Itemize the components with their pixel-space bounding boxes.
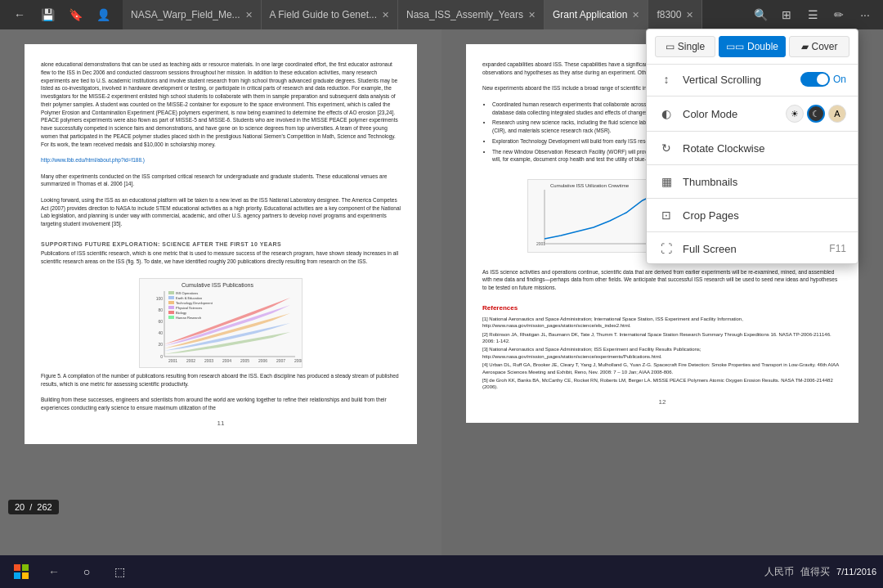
view-modes-bar: ▭ Single ▭▭ Double ▰ Cover [647,29,858,65]
svg-text:2005: 2005 [240,358,249,363]
titlebar: ← 💾 🔖 👤 NASA_Warp_Field_Me... ✕ A Field … [0,0,883,29]
tab-close-nasa-warp[interactable]: ✕ [245,10,253,20]
task-view-button[interactable]: ⬚ [105,557,134,586]
svg-text:0: 0 [160,354,163,359]
svg-text:2003: 2003 [204,358,213,363]
scroll-icon: ↕ [658,71,675,88]
menu-item-vertical-scroll[interactable]: ↕ Vertical Scrolling On [647,65,858,94]
divider-1 [647,96,858,97]
svg-text:40: 40 [158,330,163,335]
back-button[interactable]: ← [7,2,33,28]
tab-close-nasa-iss[interactable]: ✕ [528,10,536,20]
ref-3: [3] National Aeronautics and Space Admin… [482,346,842,360]
taskbar: ← ○ ⬚ 人民币 值得买 7/11/2016 [0,555,883,588]
right-page-number: 12 [482,397,842,406]
ref-1: [1] National Aeronautics and Space Admin… [482,316,842,330]
divider-2 [647,131,858,132]
rotate-icon: ↻ [658,140,675,156]
svg-text:60: 60 [158,319,163,324]
left-pdf-page: alone educational demonstrations that ca… [25,44,417,444]
left-pdf-section-title: Supporting Future Exploration: Science A… [41,240,401,249]
menu-item-fullscreen[interactable]: ⛶ Full Screen F11 [647,234,858,263]
tab-nasa-iss[interactable]: Nasa_ISS_Assemly_Years ✕ [398,0,545,29]
taskbar-time: 7/11/2016 [836,567,876,577]
left-pdf-body2: Publications of ISS scientific research,… [41,249,401,266]
svg-text:2007: 2007 [276,358,285,363]
publications-chart: Cumulative ISS Publications 0 20 40 60 8… [139,278,303,368]
crew-time-chart: Cumulative ISS Utilization Crewtime 2001… [527,179,658,253]
svg-rect-32 [168,316,174,319]
svg-text:20: 20 [158,342,163,347]
svg-marker-17 [164,332,290,354]
menu-item-color-mode[interactable]: ◐ Color Mode ☀ ☾ A [647,98,858,129]
view-mode-cover[interactable]: ▰ Cover [789,36,849,57]
more-action-button[interactable]: ··· [854,3,876,26]
left-pdf-link: http://www.lbb.edu/html/about.php?id=f18… [41,156,401,164]
svg-text:ISS Operations: ISS Operations [176,291,198,295]
view-mode-double[interactable]: ▭▭ Double [719,36,786,57]
color-mode-icon: ◐ [658,105,675,122]
svg-text:2008: 2008 [294,358,303,363]
tab-grant-application[interactable]: Grant Application ✕ [545,0,648,29]
svg-text:Cumulative ISS Utilization Cre: Cumulative ISS Utilization Crewtime [550,183,630,188]
back-button[interactable]: ← [39,557,69,586]
svg-text:Biology: Biology [176,311,186,315]
tabs-container: NASA_Warp_Field_Me... ✕ A Field Guide to… [123,0,742,29]
cover-icon: ▰ [801,41,809,52]
toggle-track [800,72,830,87]
taskbar-right: 人民币 值得买 7/11/2016 [758,565,883,579]
svg-text:100: 100 [156,296,164,301]
total-pages: 262 [37,502,52,512]
search-action-button[interactable]: 🔍 [749,3,772,26]
left-pdf-panel: alone educational demonstrations that ca… [0,29,441,555]
svg-text:Technology Development: Technology Development [176,301,213,305]
view-mode-single[interactable]: ▭ Single [655,36,715,57]
nav-buttons: ← 💾 🔖 👤 [0,2,123,28]
menu-action-button[interactable]: ☰ [801,3,824,26]
svg-text:2004: 2004 [222,358,231,363]
tab-field-guide[interactable]: A Field Guide to Genet... ✕ [262,0,398,29]
left-pdf-other: Many other experiments conducted on the … [41,173,401,189]
menu-item-rotate[interactable]: ↻ Rotate Clockwise [647,133,858,163]
color-mode-sepia[interactable]: A [828,105,846,123]
cortana-button[interactable]: ○ [72,557,101,586]
ref-2: [2] Robinson JA, Rhatigan JL, Baumann DK… [482,331,842,345]
svg-text:2001: 2001 [168,358,177,363]
menu-item-crop[interactable]: ⊡ Crop Pages [647,200,858,230]
svg-rect-41 [14,572,20,579]
svg-text:2006: 2006 [258,358,267,363]
left-pdf-intro: alone educational demonstrations that ca… [41,61,401,148]
left-page-number: 11 [41,419,401,428]
start-button[interactable] [7,557,36,586]
taskbar-shopping: 值得买 [800,565,830,579]
tab-close-field-guide[interactable]: ✕ [382,10,389,20]
color-mode-light[interactable]: ☀ [786,105,804,123]
vertical-scroll-toggle[interactable]: On [800,72,846,87]
tab-f8300[interactable]: f8300 ✕ [648,0,702,29]
user-button[interactable]: 👤 [90,2,116,28]
ref-5: [5] de Groh KK, Banks BA, McCarthy CE, R… [482,377,842,391]
current-page: 20 [15,502,25,512]
svg-text:Earth & Education: Earth & Education [176,296,202,300]
svg-text:2002: 2002 [186,358,195,363]
svg-rect-42 [22,572,29,579]
svg-rect-22 [168,291,174,294]
pen-action-button[interactable]: ✏ [827,3,850,26]
color-mode-dark[interactable]: ☾ [807,105,825,123]
tab-nasa-warp[interactable]: NASA_Warp_Field_Me... ✕ [123,0,262,29]
tab-close-grant[interactable]: ✕ [632,10,639,20]
save-button[interactable]: 💾 [34,2,61,28]
left-pdf-forward: Looking forward, using the ISS as an edu… [41,196,401,228]
svg-text:Cumulative ISS Publications: Cumulative ISS Publications [182,282,253,288]
tab-close-f8300[interactable]: ✕ [686,10,693,20]
single-icon: ▭ [666,41,675,52]
thumbnails-icon: ▦ [658,173,675,190]
menu-item-thumbnails[interactable]: ▦ Thumbnails [647,167,858,196]
svg-rect-39 [14,564,20,571]
svg-text:Human Research: Human Research [176,316,201,320]
divider-4 [647,198,858,199]
bookmark-button[interactable]: 🔖 [62,2,88,28]
left-pdf-body3: Building from these successes, engineers… [41,396,401,412]
divider-3 [647,164,858,165]
grid-action-button[interactable]: ⊞ [775,3,798,26]
